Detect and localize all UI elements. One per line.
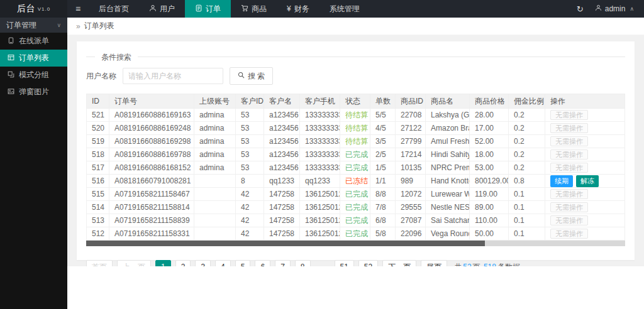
nav-home[interactable]: 后台首页 bbox=[89, 0, 139, 18]
cell-actions: 无需操作 bbox=[545, 161, 625, 175]
main-area: » 订单列表 条件搜索 用户名称 搜 索 bbox=[67, 18, 644, 309]
cell-cust_name: 147258 bbox=[264, 201, 300, 214]
cell-cust_name: a123456 bbox=[264, 122, 300, 135]
group-icon bbox=[8, 71, 14, 80]
sidebar-group-label: 订单管理 bbox=[6, 20, 36, 31]
topbar: 后台 V1.0 ≡ 后台首页 用户 订单 商品 ¥ 财务 系统管理 ↻ a bbox=[0, 0, 644, 18]
breadcrumb: » 订单列表 bbox=[67, 18, 644, 35]
cell-prod_name: Lurewear Whi... bbox=[426, 188, 470, 201]
refresh-icon[interactable]: ↻ bbox=[577, 4, 584, 14]
search-button[interactable]: 搜 索 bbox=[230, 67, 273, 85]
table-header-row: ID订单号上级账号客户ID客户名客户手机状态单数商品ID商品名商品价格佣金比例操… bbox=[87, 94, 625, 109]
cell-count: 2/5 bbox=[370, 148, 396, 161]
person-icon bbox=[595, 4, 602, 13]
cell-prod_name: Amul Fresh P... bbox=[426, 135, 470, 148]
topbar-right: ↻ admin ∧ bbox=[577, 0, 644, 18]
no-action-button: 无需操作 bbox=[550, 123, 588, 133]
app-version: V1.0 bbox=[38, 6, 50, 12]
cell-phone: 13333333333 bbox=[300, 109, 340, 122]
admin-menu[interactable]: admin ∧ bbox=[595, 4, 634, 13]
cell-order_no: A07191658211158331 bbox=[109, 227, 194, 241]
cell-status: 已完成 bbox=[340, 214, 370, 227]
unfreeze-button[interactable]: 解冻 bbox=[576, 175, 599, 187]
cell-price: 17.00 bbox=[470, 122, 509, 135]
no-action-button: 无需操作 bbox=[550, 149, 588, 160]
cell-phone: 13612501250 bbox=[300, 201, 340, 214]
column-header: 商品名 bbox=[426, 94, 470, 109]
cell-prod_id: 10135 bbox=[396, 161, 426, 175]
cell-parent bbox=[194, 188, 236, 201]
cell-phone: qq1233 bbox=[300, 175, 340, 188]
column-header: 商品价格 bbox=[470, 94, 509, 109]
cell-cust_id: 42 bbox=[236, 201, 264, 214]
cell-count: 8/8 bbox=[370, 188, 396, 201]
search-row: 用户名称 搜 索 bbox=[86, 67, 625, 92]
cell-phone: 13612501250 bbox=[300, 188, 340, 201]
cell-prod_id: 22096 bbox=[396, 227, 426, 241]
cell-actions: 无需操作 bbox=[545, 122, 625, 135]
nav-finance[interactable]: ¥ 财务 bbox=[277, 0, 319, 18]
horizontal-scrollbar[interactable] bbox=[86, 241, 625, 246]
table-row: 515A071916582111584674214725813612501250… bbox=[87, 188, 625, 201]
sidebar-item-order-list[interactable]: 订单列表 bbox=[0, 50, 67, 67]
cell-id: 517 bbox=[87, 161, 109, 175]
cell-price: 119.00 bbox=[470, 188, 509, 201]
cell-id: 521 bbox=[87, 109, 109, 122]
no-action-button: 无需操作 bbox=[550, 215, 588, 225]
sidebar-item-mode-group[interactable]: 模式分组 bbox=[0, 67, 67, 84]
sidebar-item-popup-image[interactable]: 弹窗图片 bbox=[0, 84, 67, 100]
cell-order_no: A08191660886169788 bbox=[109, 148, 194, 161]
cell-price: 50.00 bbox=[470, 227, 509, 241]
search-icon bbox=[238, 72, 245, 80]
cell-cust_name: a123456 bbox=[264, 135, 300, 148]
menu-toggle-icon[interactable]: ≡ bbox=[67, 0, 89, 18]
nav-users-label: 用户 bbox=[160, 4, 175, 14]
cell-status: 待结算 bbox=[340, 122, 370, 135]
sidebar-item-label: 订单列表 bbox=[19, 53, 49, 63]
search-fieldset: 条件搜索 用户名称 搜 索 bbox=[86, 57, 625, 92]
cell-prod_name: Hand Knotte... bbox=[426, 175, 470, 188]
cell-id: 514 bbox=[87, 201, 109, 214]
nav-orders[interactable]: 订单 bbox=[185, 0, 231, 18]
nav-products[interactable]: 商品 bbox=[231, 0, 277, 18]
cell-prod_id: 12072 bbox=[396, 188, 426, 201]
sidebar: 订单管理 ∨ 在线派单 订单列表 模式分组 弹窗图片 bbox=[0, 18, 67, 309]
cell-cust_name: qq1233 bbox=[264, 175, 300, 188]
sidebar-group-orders[interactable]: 订单管理 ∨ bbox=[0, 18, 67, 33]
cart-icon bbox=[241, 4, 248, 14]
renew-button[interactable]: 续期 bbox=[550, 175, 573, 187]
cell-ratio: 0.1 bbox=[509, 214, 545, 227]
cell-status: 已完成 bbox=[340, 188, 370, 201]
order-icon bbox=[195, 4, 203, 14]
cell-cust_id: 53 bbox=[236, 122, 264, 135]
no-action-button: 无需操作 bbox=[550, 110, 588, 120]
order-list-icon bbox=[8, 54, 14, 63]
nav-users[interactable]: 用户 bbox=[139, 0, 185, 18]
scrollbar-thumb[interactable] bbox=[86, 241, 485, 246]
table-row: 519A08191660886169298admina53a1234561333… bbox=[87, 135, 625, 148]
cell-parent bbox=[194, 175, 236, 188]
nav-system[interactable]: 系统管理 bbox=[319, 0, 370, 18]
column-header: 客户名 bbox=[264, 94, 300, 109]
cell-ratio: 0.1 bbox=[509, 188, 545, 201]
sidebar-item-label: 模式分组 bbox=[19, 70, 49, 80]
cell-cust_id: 42 bbox=[236, 227, 264, 241]
sidebar-item-online-dispatch[interactable]: 在线派单 bbox=[0, 33, 67, 50]
no-action-button: 无需操作 bbox=[550, 202, 588, 212]
column-header: ID bbox=[87, 94, 109, 109]
column-header: 客户ID bbox=[236, 94, 264, 109]
cell-parent: admina bbox=[194, 148, 236, 161]
cell-price: 28.00 bbox=[470, 109, 509, 122]
cell-cust_id: 53 bbox=[236, 135, 264, 148]
nav-finance-label: 财务 bbox=[294, 4, 309, 14]
cell-id: 519 bbox=[87, 135, 109, 148]
table-row: 512A071916582111583314214725813612501250… bbox=[87, 227, 625, 241]
cell-cust_id: 42 bbox=[236, 188, 264, 201]
cell-cust_id: 53 bbox=[236, 109, 264, 122]
cell-id: 520 bbox=[87, 122, 109, 135]
cell-prod_name: Sai Satcharitr... bbox=[426, 214, 470, 227]
cell-order_no: A07191658211158467 bbox=[109, 188, 194, 201]
cell-actions: 无需操作 bbox=[545, 135, 625, 148]
app-logo: 后台 V1.0 bbox=[0, 0, 67, 18]
username-input[interactable] bbox=[123, 68, 223, 84]
